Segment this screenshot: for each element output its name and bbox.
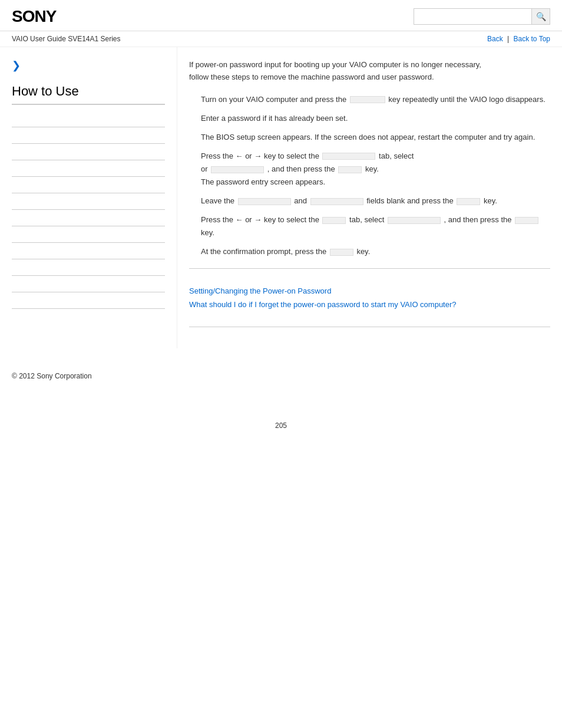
main-layout: ❯ How to Use If power-on password input … (0, 47, 562, 348)
key-placeholder-3 (457, 198, 480, 205)
content-area: If power-on password input for booting u… (177, 47, 562, 348)
sony-logo: SONY (12, 7, 56, 26)
step-6: Press the ← or → key to select the tab, … (201, 213, 550, 239)
guide-title: VAIO User Guide SVE14A1 Series (12, 35, 121, 43)
list-item[interactable] (12, 259, 165, 276)
list-item[interactable] (12, 276, 165, 292)
tab-placeholder-2 (322, 217, 346, 224)
step-2: Enter a password if it has already been … (201, 112, 550, 125)
key-placeholder-2 (338, 166, 362, 173)
step-3: The BIOS setup screen appears. If the sc… (201, 131, 550, 144)
key-placeholder-5 (330, 249, 353, 256)
steps-container: Turn on your VAIO computer and press the… (189, 93, 550, 259)
nav-links: Back | Back to Top (487, 35, 550, 43)
key-placeholder-4 (515, 217, 538, 224)
copyright: © 2012 Sony Corporation (12, 372, 92, 380)
field-placeholder-2 (310, 198, 363, 205)
list-item[interactable] (12, 292, 165, 309)
search-input[interactable] (414, 8, 531, 25)
list-item[interactable] (12, 127, 165, 144)
list-item[interactable] (12, 111, 165, 127)
field-placeholder-1 (238, 198, 291, 205)
sidebar: ❯ How to Use (0, 47, 177, 348)
list-item[interactable] (12, 210, 165, 226)
content-intro: If power-on password input for booting u… (189, 59, 550, 84)
breadcrumb-bar: VAIO User Guide SVE14A1 Series Back | Ba… (0, 31, 562, 47)
key-placeholder-1 (350, 96, 385, 103)
list-item[interactable] (12, 160, 165, 177)
related-link-1[interactable]: Setting/Changing the Power-on Password (189, 284, 550, 298)
list-item[interactable] (12, 243, 165, 259)
page-number: 205 (0, 416, 562, 436)
search-button[interactable]: 🔍 (531, 8, 550, 25)
back-link[interactable]: Back (487, 35, 503, 43)
step-7: At the confirmation prompt, press the ke… (201, 245, 550, 258)
sidebar-chevron[interactable]: ❯ (12, 59, 165, 72)
back-to-top-link[interactable]: Back to Top (514, 35, 550, 43)
header: SONY 🔍 (0, 0, 562, 31)
page-footer: © 2012 Sony Corporation (0, 360, 562, 392)
step-4: Press the ← or → key to select the tab, … (201, 150, 550, 189)
content-divider (189, 268, 550, 269)
related-link-2[interactable]: What should I do if I forget the power-o… (189, 298, 550, 311)
search-area: 🔍 (414, 8, 550, 25)
sidebar-title: How to Use (12, 84, 165, 105)
content-divider-2 (189, 327, 550, 327)
list-item[interactable] (12, 177, 165, 193)
option-placeholder-2 (388, 217, 441, 224)
intro-line2: follow these steps to remove the machine… (189, 73, 434, 81)
option-placeholder-1 (211, 166, 264, 173)
related-links: Setting/Changing the Power-on Password W… (189, 278, 550, 318)
tab-placeholder-1 (322, 153, 375, 160)
intro-line1: If power-on password input for booting u… (189, 60, 481, 69)
list-item[interactable] (12, 226, 165, 243)
step-1: Turn on your VAIO computer and press the… (201, 93, 550, 106)
list-item[interactable] (12, 193, 165, 210)
list-item[interactable] (12, 144, 165, 160)
search-icon: 🔍 (536, 12, 546, 21)
separator: | (507, 35, 509, 43)
step-5: Leave the and fields blank and press the… (201, 195, 550, 207)
